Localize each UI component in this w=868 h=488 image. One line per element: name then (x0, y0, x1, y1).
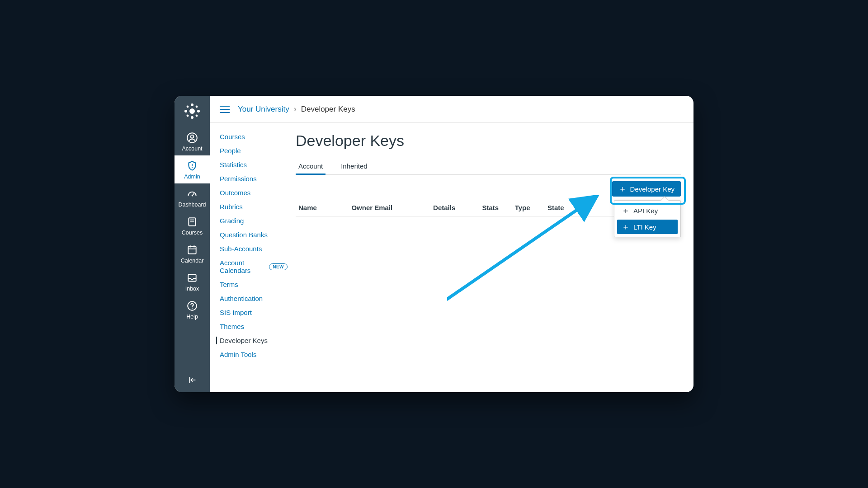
topbar: Your University › Developer Keys (210, 96, 693, 123)
tab-inherited[interactable]: Inherited (338, 159, 370, 175)
main-area: Your University › Developer Keys Courses… (210, 96, 693, 392)
subnav-label: People (220, 147, 241, 155)
subnav-link[interactable]: Sub-Accounts (220, 245, 291, 253)
inbox-icon (186, 272, 198, 284)
svg-point-7 (187, 115, 189, 117)
subnav-label: Account Calendars (220, 259, 269, 274)
plus-icon: ＋ (618, 185, 627, 193)
subnav-link[interactable]: Authentication (220, 295, 291, 302)
dropdown-item-api-key[interactable]: ＋ API Key (617, 203, 678, 218)
subnav-item-courses[interactable]: Courses (220, 133, 291, 141)
subnav-link[interactable]: Terms (220, 281, 291, 288)
subnav-link[interactable]: Question Banks (220, 231, 291, 239)
subnav-link[interactable]: Grading (220, 217, 291, 225)
subnav-item-question-banks[interactable]: Question Banks (220, 231, 291, 239)
hamburger-menu-button[interactable] (220, 106, 230, 113)
dropdown-label: API Key (633, 207, 658, 215)
subnav-item-authentication[interactable]: Authentication (220, 295, 291, 302)
nav-label: Account (182, 145, 202, 152)
subnav-link[interactable]: Developer Keys (220, 337, 291, 344)
nav-calendar[interactable]: Calendar (175, 239, 210, 267)
col-type: Type (515, 204, 547, 211)
subnav-item-grading[interactable]: Grading (220, 217, 291, 225)
subnav-link[interactable]: Permissions (220, 175, 291, 183)
nav-label: Admin (184, 174, 200, 180)
subnav-link[interactable]: SIS Import (220, 309, 291, 316)
subnav-item-developer-keys[interactable]: Developer Keys (216, 337, 291, 344)
col-owner-email: Owner Email (351, 204, 433, 211)
col-details: Details (433, 204, 482, 211)
subnav-item-sub-accounts[interactable]: Sub-Accounts (220, 245, 291, 253)
svg-rect-17 (188, 246, 196, 253)
nav-label: Calendar (181, 258, 204, 264)
nav-inbox[interactable]: Inbox (175, 267, 210, 296)
col-name: Name (298, 204, 351, 211)
subnav-item-admin-tools[interactable]: Admin Tools (220, 351, 291, 358)
subnav-item-statistics[interactable]: Statistics (220, 161, 291, 169)
toolbar: ＋ Developer Key ＋ API Key ＋ LTI Key (296, 181, 681, 197)
calendar-icon (186, 244, 198, 256)
dropdown-label: LTI Key (633, 223, 656, 231)
subnav-label: SIS Import (220, 309, 252, 316)
nav-label: Inbox (185, 286, 199, 292)
svg-point-6 (196, 106, 198, 108)
plus-icon: ＋ (622, 206, 630, 215)
subnav-link[interactable]: Account CalendarsNEW (220, 259, 291, 274)
plus-icon: ＋ (622, 223, 630, 231)
subnav-item-sis-import[interactable]: SIS Import (220, 309, 291, 316)
dropdown-item-lti-key[interactable]: ＋ LTI Key (617, 220, 678, 234)
account-icon (186, 132, 198, 144)
svg-point-5 (187, 106, 189, 108)
svg-point-23 (192, 308, 193, 309)
nav-dashboard[interactable]: Dashboard (175, 183, 210, 211)
breadcrumb-root-link[interactable]: Your University (238, 105, 289, 114)
subnav-label: Permissions (220, 175, 257, 183)
nav-label: Courses (182, 230, 203, 236)
subnav-link[interactable]: People (220, 147, 291, 155)
subnav-label: Themes (220, 323, 244, 330)
subnav-item-permissions[interactable]: Permissions (220, 175, 291, 183)
svg-point-4 (197, 110, 200, 113)
svg-point-8 (196, 115, 198, 117)
subnav-item-rubrics[interactable]: Rubrics (220, 203, 291, 211)
subnav-item-people[interactable]: People (220, 147, 291, 155)
book-icon (186, 216, 198, 228)
add-developer-key-button[interactable]: ＋ Developer Key (612, 181, 681, 197)
shield-icon (186, 160, 198, 172)
subnav-link[interactable]: Statistics (220, 161, 291, 169)
subnav-label: Terms (220, 281, 238, 288)
nav-label: Dashboard (178, 202, 206, 208)
subnav-link[interactable]: Courses (220, 133, 291, 141)
nav-account[interactable]: Account (175, 127, 210, 155)
breadcrumb-current: Developer Keys (301, 105, 355, 114)
nav-courses[interactable]: Courses (175, 211, 210, 239)
canvas-logo-icon (183, 102, 201, 120)
subnav-item-account-calendars[interactable]: Account CalendarsNEW (220, 259, 291, 274)
svg-point-2 (191, 116, 193, 119)
svg-rect-21 (188, 274, 196, 281)
subnav-label: Authentication (220, 295, 263, 302)
help-icon (186, 300, 198, 312)
nav-help[interactable]: Help (175, 296, 210, 324)
subnav-link[interactable]: Admin Tools (220, 351, 291, 358)
subnav-label: Courses (220, 133, 245, 141)
subnav-item-outcomes[interactable]: Outcomes (220, 189, 291, 197)
subnav-item-terms[interactable]: Terms (220, 281, 291, 288)
subnav-link[interactable]: Outcomes (220, 189, 291, 197)
svg-point-0 (189, 108, 195, 114)
tabs: Account Inherited (296, 159, 681, 175)
svg-point-1 (191, 103, 193, 106)
svg-point-3 (184, 110, 187, 113)
subnav-link[interactable]: Themes (220, 323, 291, 330)
button-label: Developer Key (630, 185, 675, 193)
subnav-label: Question Banks (220, 231, 268, 239)
chevron-right-icon: › (294, 104, 297, 114)
page-title: Developer Keys (296, 132, 681, 150)
tab-account[interactable]: Account (296, 159, 326, 175)
collapse-sidebar-button[interactable] (175, 375, 210, 385)
global-nav: Account Admin Dashboard Courses Calendar (175, 96, 210, 392)
nav-admin[interactable]: Admin (175, 155, 210, 183)
subnav-item-themes[interactable]: Themes (220, 323, 291, 330)
subnav-link[interactable]: Rubrics (220, 203, 291, 211)
developer-key-dropdown: ＋ API Key ＋ LTI Key (614, 200, 681, 237)
